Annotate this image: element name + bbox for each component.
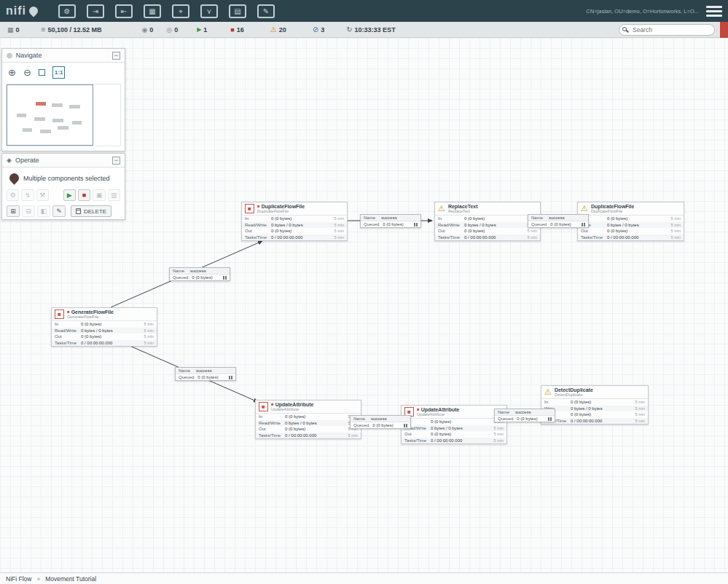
connection-name-label: Name (179, 368, 190, 373)
stat-window: 5 min (334, 216, 344, 221)
minimap-node (23, 128, 32, 132)
copy-button[interactable]: ⊞ (7, 205, 20, 217)
brush-button[interactable]: ✎ (52, 205, 66, 217)
stat-window: 5 min (494, 426, 504, 430)
navigate-icon: ◎ (7, 52, 12, 59)
template-tool-icon[interactable]: ▤ (229, 4, 246, 18)
connection-name-label: Name (353, 417, 365, 421)
navigate-collapse-button[interactable]: − (112, 52, 120, 60)
stat-row: Out0 (0 bytes)5 min (256, 426, 361, 433)
breadcrumb-root[interactable]: NiFi Flow (6, 575, 31, 583)
stopped-glyph-icon: ■ (417, 407, 420, 411)
processor-DuplicateFlowFile[interactable]: ■■DuplicateFlowFileDuplicateFlowFileIn0 … (241, 202, 348, 241)
disabled-icon: ⊘ (313, 25, 318, 33)
connection-label[interactable]: NamesuccessQueued0 (0 bytes) (350, 415, 411, 429)
queue-indicator-bars (223, 276, 227, 280)
connection-label[interactable]: NamesuccessQueued0 (0 bytes) (175, 367, 236, 381)
zoom-in-button[interactable]: ⊕ (8, 68, 16, 77)
minimap-node (69, 105, 80, 108)
funnel-tool-icon[interactable]: ⋎ (200, 4, 218, 18)
processor-names: ■UpdateAttributeUpdateAttribute (417, 407, 460, 417)
connection-label[interactable]: NamesuccessQueued0 (0 bytes) (494, 409, 555, 422)
processor-UpdateAttribute[interactable]: ■■UpdateAttributeUpdateAttributeIn0 (0 b… (255, 400, 361, 439)
connection-queued-label: Queued (531, 222, 547, 226)
stat-label: In (259, 414, 285, 419)
connection-queued-row: Queued0 (0 bytes) (170, 275, 230, 280)
processor-name-text: DetectDuplicate (555, 387, 593, 392)
delete-label: DELETE (84, 208, 106, 215)
stat-window: 5 min (144, 334, 154, 339)
breadcrumb-bar: NiFi Flow » Movement Tutorial (0, 572, 728, 584)
process-group-tool-icon[interactable]: ▦ (144, 4, 161, 18)
lightning-button[interactable]: ↯ (21, 189, 34, 201)
fill-color-button[interactable]: ◧ (37, 205, 50, 217)
global-menu-button[interactable] (706, 6, 722, 17)
operate-collapse-button[interactable]: − (112, 157, 120, 165)
stat-value: 0 bytes / 0 bytes (285, 421, 348, 425)
start-button[interactable]: ▶ (63, 189, 76, 201)
stop-button[interactable]: ■ (78, 189, 90, 201)
stat-window: 5 min (494, 432, 504, 436)
processor-ReplaceText[interactable]: ⚠ReplaceTextReplaceTextIn0 (0 bytes)5 mi… (434, 202, 541, 241)
processor-tool-icon[interactable]: ⚙ (58, 4, 76, 18)
invalid-warning-icon: ⚠ (581, 205, 588, 213)
disabled-status: ⊘3 (313, 25, 324, 33)
minimap-node (40, 130, 51, 133)
label-tool-icon[interactable]: ✎ (257, 4, 275, 18)
processor-GenerateFlowFile[interactable]: ■■GenerateFlowFileGenerateFlowFileIn0 (0… (51, 307, 157, 347)
navigate-panel-header: ◎ Navigate − (2, 49, 125, 63)
remote-process-group-tool-icon[interactable]: ⌖ (172, 4, 189, 18)
stat-label: Out (581, 229, 607, 233)
connection-label[interactable]: NamesuccessQueued0 (0 bytes) (360, 214, 421, 228)
search-input[interactable] (619, 24, 715, 36)
zoom-fit-button[interactable] (39, 68, 45, 77)
alert-indicator[interactable] (720, 22, 728, 38)
warning-icon: ⚠ (270, 25, 277, 33)
stat-window: 5 min (671, 235, 681, 240)
stat-row: Out0 (0 bytes)5 min (52, 334, 157, 340)
stat-row: Out0 (0 bytes)5 min (402, 431, 506, 438)
stat-window: 5 min (144, 328, 154, 333)
paste-button[interactable]: ⊟ (22, 205, 35, 217)
stat-value: 0 bytes / 0 bytes (81, 328, 144, 333)
output-port-tool-icon[interactable]: ⇤ (115, 4, 133, 18)
refresh-status[interactable]: ↻10:33:33 EST (346, 25, 395, 33)
connection-queued-label: Queued (364, 222, 379, 226)
zoom-actual-button[interactable]: 1:1 (52, 66, 66, 79)
breadcrumb-separator: » (36, 575, 40, 583)
connection-name-row: Namesuccess (170, 268, 230, 275)
processor-names: DetectDuplicateDetectDuplicate (555, 387, 593, 398)
processor-header: ⚠DuplicateFlowFileDuplicateFlowFile (578, 202, 684, 215)
processor-name-text: GenerateFlowFile (71, 309, 114, 315)
delete-button[interactable]: DELETE (71, 205, 111, 217)
refresh-icon[interactable]: ↻ (346, 25, 352, 33)
stat-row: Write0 bytes / 0 bytes5 min (541, 406, 648, 412)
configure-button[interactable]: ⚙ (7, 189, 19, 201)
processor-UpdateAttribute[interactable]: ■■UpdateAttributeUpdateAttributeIn0 (0 b… (401, 405, 507, 444)
flow-canvas[interactable]: ◎ Navigate − ⊕ ⊖ 1:1 ◈ Operate (0, 38, 728, 572)
stat-window: 5 min (635, 412, 645, 417)
processor-names: ReplaceTextReplaceText (448, 204, 478, 214)
processor-header: ■■GenerateFlowFileGenerateFlowFile (52, 308, 157, 320)
zoom-out-button[interactable]: ⊖ (23, 68, 31, 77)
input-port-tool-icon[interactable]: ⇥ (87, 4, 104, 18)
breadcrumb-current[interactable]: Movement Tutorial (45, 575, 96, 583)
template-button[interactable]: ▣ (93, 189, 105, 201)
nifi-logo: nifi (6, 4, 38, 17)
processor-DetectDuplicate[interactable]: ⚠DetectDuplicateDetectDuplicateIn0 (0 by… (541, 385, 649, 425)
copy-flow-button[interactable]: ▥ (108, 189, 120, 201)
stat-value: 0 bytes / 0 bytes (571, 406, 635, 411)
connection-label[interactable]: NamesuccessQueued0 (0 bytes) (528, 214, 589, 228)
connection-label[interactable]: NamesuccessQueued0 (0 bytes) (169, 267, 230, 281)
tools-button[interactable]: ⚒ (36, 189, 49, 201)
processor-stats: In0 (0 bytes)5 minRead/Write0 bytes / 0 … (435, 215, 540, 240)
stat-window: 5 min (671, 223, 681, 227)
invalid-warning-icon: ⚠ (544, 388, 552, 396)
stat-value: 0 (0 bytes) (285, 427, 348, 431)
stat-window: 5 min (144, 322, 154, 326)
trash-icon (76, 208, 81, 214)
minimap[interactable] (6, 84, 121, 146)
processor-DuplicateFlowFile[interactable]: ⚠DuplicateFlowFileDuplicateFlowFileIn0 (… (577, 202, 684, 241)
stat-row: In0 (0 bytes)5 min (541, 399, 648, 406)
processor-name-text: DuplicateFlowFile (262, 204, 305, 209)
